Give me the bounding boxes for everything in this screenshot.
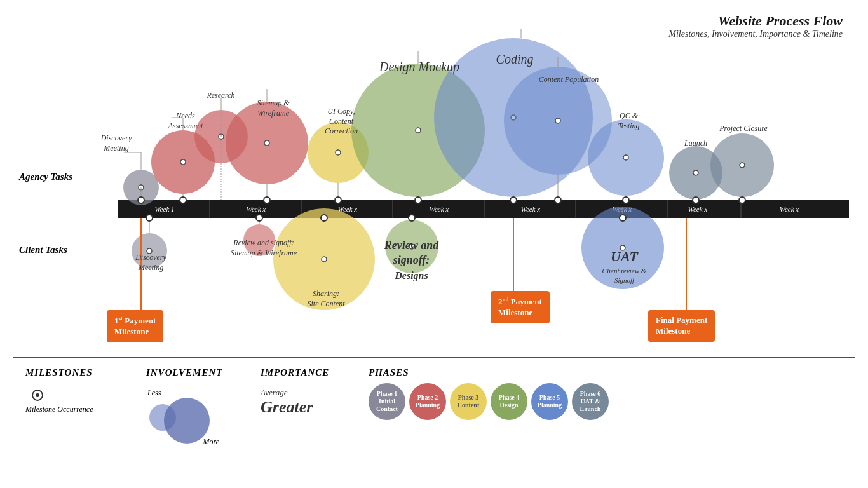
legend-involvement: INVOLVEMENT Less More — [146, 367, 241, 447]
week5-label: Week x — [521, 205, 541, 213]
svg-point-33 — [146, 215, 153, 221]
svg-point-31 — [739, 197, 745, 203]
label-research: Research — [200, 91, 241, 101]
svg-point-25 — [555, 197, 561, 203]
label-discovery-agency: DiscoveryMeeting — [94, 133, 139, 153]
payment-box-final: Final PaymentMilestone — [648, 310, 715, 342]
label-review-designs: Review and signoff:Designs — [365, 238, 458, 283]
label-closure: Project Closure — [709, 124, 778, 134]
inv-less: Less — [147, 388, 161, 398]
svg-point-41 — [620, 215, 626, 221]
inv-more: More — [203, 437, 219, 447]
milestone-dot-legend — [32, 390, 43, 401]
label-content-pop: Content Population — [527, 75, 610, 85]
legend-milestones-content: Milestone Occurrence — [25, 390, 127, 414]
label-sharing: Sharing:Site Content — [297, 289, 355, 309]
dot-qc — [623, 155, 628, 160]
label-uicopy: UI Copy,ContentCorrection — [316, 107, 367, 137]
payment-box-1: 1st PaymentMilestone — [107, 310, 163, 342]
dot-sitemap — [264, 140, 269, 146]
svg-point-12 — [138, 197, 144, 203]
phase-1-circle: Phase 1InitialContact — [369, 383, 405, 420]
label-needs: NeedsAssessment — [160, 111, 211, 131]
label-coding: Coding — [483, 51, 546, 67]
phase-6-circle: Phase 6UAT &Launch — [572, 383, 609, 420]
phases-row: Phase 1InitialContact Phase 2Planning Ph… — [369, 383, 635, 420]
label-review-sitemap: Review and signoff:Sitemap & Wireframe — [229, 238, 299, 258]
legend-importance-title: IMPORTANCE — [261, 367, 349, 378]
phase-5-circle: Phase 5Planning — [531, 383, 568, 420]
week4-label: Week x — [430, 205, 449, 213]
dot-closure — [740, 163, 745, 168]
svg-point-19 — [335, 197, 341, 203]
label-uat: UATClient review &Signoff — [594, 248, 654, 286]
legend-importance: IMPORTANCE Average Greater — [261, 367, 349, 417]
legend-phases: PHASES Phase 1InitialContact Phase 2Plan… — [369, 367, 635, 420]
phase-2-circle: Phase 2Planning — [409, 383, 446, 420]
label-launch: Launch — [677, 139, 715, 149]
dot-content-pop — [555, 118, 560, 123]
svg-point-17 — [264, 197, 270, 203]
section-divider — [13, 357, 855, 358]
week7-label: Week x — [688, 205, 708, 213]
label-design: Design Mockup — [375, 58, 464, 75]
svg-point-14 — [180, 197, 186, 203]
legend-section: MILESTONES Milestone Occurrence INVOLVEM… — [25, 367, 635, 447]
importance-content: Average Greater — [261, 388, 349, 417]
label-client-discovery: DiscoveryMeeting — [130, 253, 172, 273]
svg-point-35 — [256, 215, 262, 221]
dot-launch — [693, 170, 698, 175]
label-qc: QC &Testing — [605, 111, 653, 131]
week2-label: Week x — [247, 205, 266, 213]
milestone-occurrence-label: Milestone Occurrence — [25, 405, 93, 414]
dot-needs — [180, 159, 186, 165]
dot-uicopy — [336, 150, 341, 155]
svg-point-29 — [693, 197, 699, 203]
svg-point-27 — [623, 197, 629, 203]
svg-point-23 — [510, 197, 517, 203]
phase-3-circle: Phase 3Content — [450, 383, 487, 420]
label-sitemap: Sitemap &Wireframe — [245, 98, 302, 118]
importance-greater: Greater — [261, 398, 349, 417]
chart-svg: Week 1 Week x Week x Week x Week x Week … — [0, 0, 868, 357]
involvement-diagram: Less More — [146, 383, 222, 447]
svg-point-39 — [409, 215, 415, 221]
timeline-bar — [118, 200, 849, 218]
main-container: Website Process Flow Milestones, Involve… — [0, 0, 868, 488]
week8-label: Week x — [780, 205, 799, 213]
legend-milestones-title: MILESTONES — [25, 367, 127, 378]
payment-box-2: 2nd PaymentMilestone — [491, 291, 550, 323]
svg-point-37 — [321, 215, 327, 221]
legend-milestones: MILESTONES Milestone Occurrence — [25, 367, 127, 414]
phase-4-circle: Phase 4Design — [491, 383, 527, 420]
dot-design — [416, 128, 421, 133]
svg-point-8 — [322, 257, 327, 262]
importance-avg: Average — [261, 388, 349, 398]
legend-phases-title: PHASES — [369, 367, 635, 378]
week1-label: Week 1 — [154, 205, 174, 213]
legend-involvement-title: INVOLVEMENT — [146, 367, 241, 378]
svg-point-21 — [415, 197, 421, 203]
